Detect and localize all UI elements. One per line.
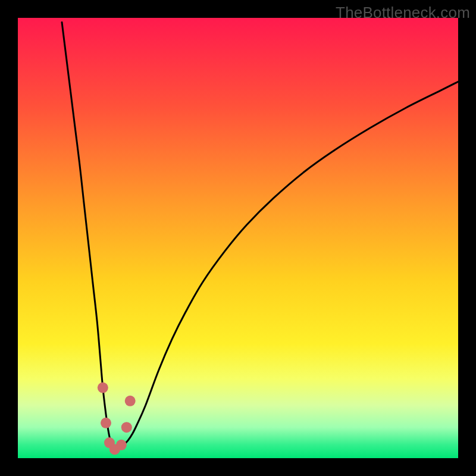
marker-dot — [101, 418, 111, 428]
bottleneck-chart — [18, 18, 458, 458]
watermark-text: TheBottleneck.com — [336, 4, 470, 22]
marker-dot — [98, 383, 108, 393]
marker-dot — [116, 440, 127, 450]
marker-dot — [125, 396, 136, 406]
gradient-background — [18, 18, 458, 458]
marker-dot — [121, 422, 132, 433]
chart-frame — [18, 18, 458, 458]
